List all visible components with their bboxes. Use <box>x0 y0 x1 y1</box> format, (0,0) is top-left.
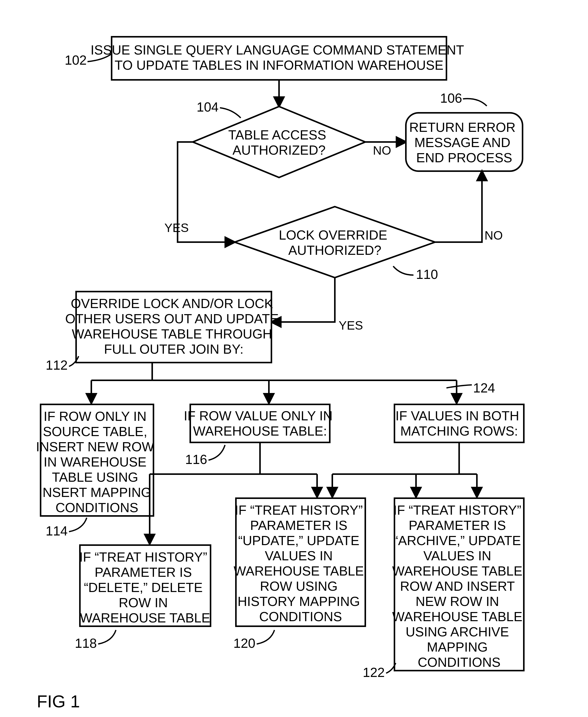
label-yes-110: YES <box>339 319 363 332</box>
ref-114: 114 <box>46 524 68 538</box>
callout-104 <box>220 108 241 118</box>
ref-112: 112 <box>46 358 68 372</box>
label-no-104: NO <box>373 144 391 157</box>
ref-122: 122 <box>363 665 385 680</box>
box-106-text: RETURN ERROR MESSAGE AND END PROCESS <box>409 120 519 165</box>
arrow-104-yes-a <box>177 142 193 228</box>
ref-124: 124 <box>473 381 495 395</box>
callout-110 <box>393 266 414 275</box>
ref-106: 106 <box>440 91 462 106</box>
ref-110: 110 <box>416 267 438 282</box>
arrow-110-no <box>435 171 482 242</box>
figure-label: FIG 1 <box>37 692 80 711</box>
callout-118 <box>98 630 116 644</box>
callout-124 <box>446 385 472 388</box>
callout-106 <box>463 99 487 106</box>
callout-114 <box>69 518 87 532</box>
label-yes-104: YES <box>164 221 189 235</box>
ref-104: 104 <box>196 100 219 114</box>
callout-116 <box>209 445 225 460</box>
ref-118: 118 <box>75 636 97 651</box>
ref-102: 102 <box>65 53 87 67</box>
ref-120: 120 <box>233 636 255 651</box>
ref-116: 116 <box>185 452 207 467</box>
callout-120 <box>257 630 274 644</box>
flowchart: ISSUE SINGLE QUERY LANGUAGE COMMAND STAT… <box>0 0 588 717</box>
label-no-110: NO <box>484 229 503 242</box>
box-114-text: IF ROW ONLY IN SOURCE TABLE, INSERT NEW … <box>36 409 158 515</box>
box-118-text: IF “TREAT HISTORY” PARAMETER IS “DELETE,… <box>79 550 211 625</box>
